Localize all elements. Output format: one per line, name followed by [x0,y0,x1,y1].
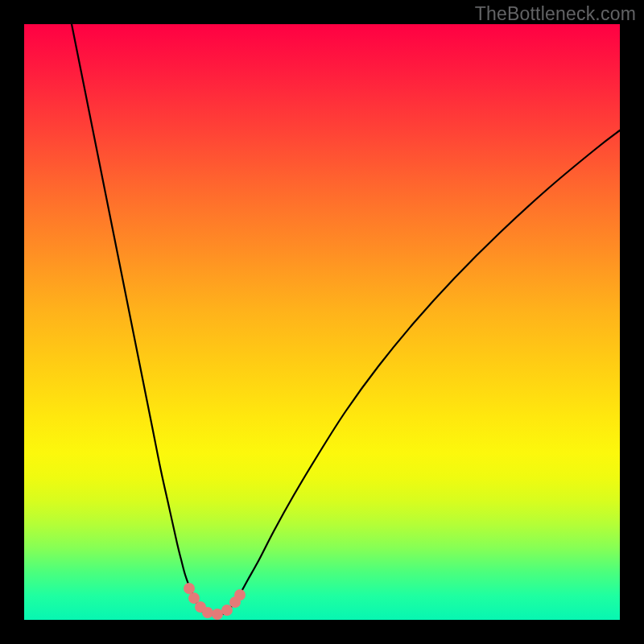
valley-marker [184,583,195,594]
plot-area [24,24,620,620]
bottleneck-curve [24,24,620,620]
valley-marker-group [184,583,246,620]
valley-marker [212,609,223,620]
chart-frame: TheBottleneck.com [0,0,644,644]
valley-marker [221,605,233,616]
watermark-text: TheBottleneck.com [475,3,636,25]
curve-path [72,24,620,615]
valley-marker [202,607,213,618]
valley-marker [234,589,246,601]
